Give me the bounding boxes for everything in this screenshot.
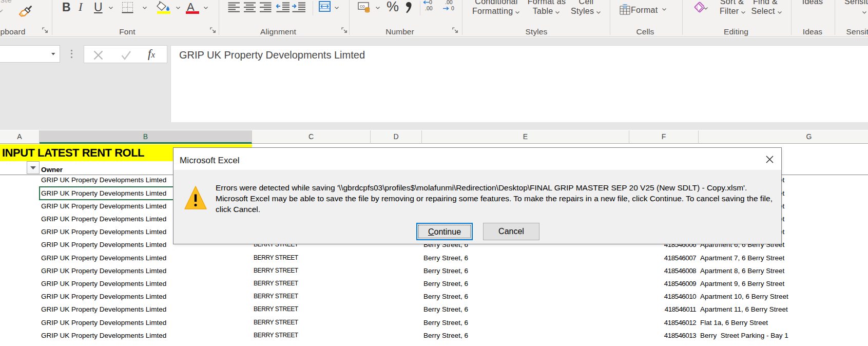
svg-text:co: co — [360, 4, 365, 9]
